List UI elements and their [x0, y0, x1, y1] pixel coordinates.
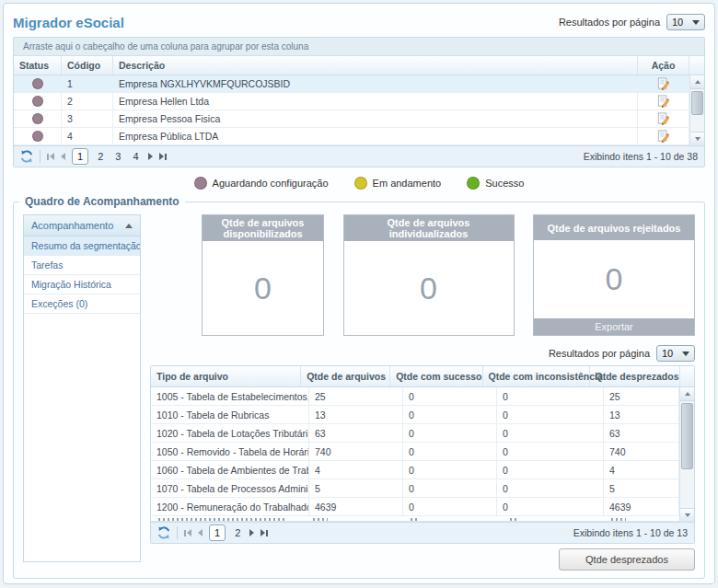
vertical-scrollbar[interactable]	[679, 387, 694, 522]
cell: 4	[309, 461, 403, 478]
edit-icon[interactable]	[656, 111, 670, 126]
file-type-row[interactable]: 1010 - Tabela de Rubricas130013	[151, 406, 679, 424]
sidebar: Acompanhamento Resumo da segmentaçãoTare…	[23, 214, 141, 562]
company-row[interactable]: 3Empresa Pessoa Fisica	[14, 110, 689, 128]
page-1-button[interactable]: 1	[209, 525, 226, 541]
refresh-icon[interactable]	[20, 150, 33, 163]
results-per-page-select[interactable]: 10	[666, 14, 705, 30]
scroll-up-icon[interactable]	[680, 387, 694, 401]
cell: 0	[403, 498, 497, 515]
results-per-page-2-inner: Resultados por página 10	[549, 345, 695, 362]
descricao-cell: Empresa Pública LTDA	[113, 128, 638, 144]
sidebar-item[interactable]: Exceções (0)	[24, 294, 140, 314]
file-type-row[interactable]: 1020 - Tabela de Lotações Tributárias630…	[151, 424, 679, 443]
button-row: Qtde desprezados	[150, 548, 695, 571]
companies-table-body: 1Empresa NGXLHYVKMFQURCOJSBID2Empresa He…	[14, 75, 689, 145]
sidebar-item[interactable]: Tarefas	[24, 256, 140, 275]
group-by-bar[interactable]: Arraste aqui o cabeçalho de uma coluna p…	[14, 38, 704, 56]
companies-table-bodywrap: 1Empresa NGXLHYVKMFQURCOJSBID2Empresa He…	[14, 75, 704, 145]
scrollbar-thumb[interactable]	[681, 403, 693, 469]
pager-info: Exibindo itens 1 - 10 de 13	[573, 527, 688, 538]
sidebar-header[interactable]: Acompanhamento	[24, 215, 140, 236]
page-1-button[interactable]: 1	[72, 148, 88, 165]
page-2-button[interactable]: 2	[232, 525, 243, 540]
cell: 0	[497, 424, 604, 442]
header-filler	[680, 366, 694, 386]
stat-cards: Qtde de arquivos disponibilizados0Qtde d…	[150, 214, 695, 336]
file-type-row[interactable]: 1005 - Tabela de Estabelecimentos, ...25…	[151, 387, 679, 406]
status-cell	[14, 75, 62, 92]
cell: 1020 - Tabela de Lotações Tributárias	[151, 424, 309, 442]
vertical-scrollbar[interactable]	[689, 75, 704, 145]
file-type-row[interactable]: 1060 - Tabela de Ambientes de Trab...400…	[151, 461, 679, 479]
status-cell	[14, 110, 62, 127]
last-page-button[interactable]	[159, 153, 167, 160]
file-type-row[interactable]: 1050 - Removido - Tabela de Horário...74…	[151, 443, 679, 461]
divider	[177, 526, 178, 539]
app-window: Migrador eSocial Resultados por página 1…	[3, 3, 715, 584]
sidebar-item[interactable]: Resumo da segmentação	[24, 236, 140, 256]
column-header[interactable]: Qtde com inconsistência	[483, 366, 590, 386]
column-header[interactable]: Tipo de arquivo	[151, 366, 301, 386]
legend-label: Em andamento	[373, 178, 442, 189]
column-header[interactable]: Qtde com sucesso	[390, 366, 482, 386]
page-2-button[interactable]: 2	[95, 149, 106, 164]
acao-cell	[638, 110, 689, 127]
status-dot-icon	[32, 78, 43, 89]
first-page-button[interactable]	[184, 529, 191, 536]
card-title: Qtde de arquivos disponibilizados	[203, 215, 323, 241]
company-row[interactable]: 1Empresa NGXLHYVKMFQURCOJSBID	[14, 75, 689, 93]
column-header[interactable]: Qtde desprezados	[590, 366, 680, 386]
prev-page-button[interactable]	[61, 153, 65, 160]
sidebar-item[interactable]: Migração Histórica	[24, 275, 140, 294]
pager-info: Exibindo itens 1 - 10 de 38	[584, 151, 698, 162]
edit-icon[interactable]	[656, 94, 670, 109]
cell: 4	[604, 461, 679, 478]
legend-item: Sucesso	[467, 177, 524, 190]
cell: 0	[403, 424, 497, 442]
column-header[interactable]: Descrição	[113, 56, 638, 75]
last-page-button[interactable]	[261, 529, 268, 536]
scrollbar-track[interactable]	[690, 89, 704, 132]
status-legend: Aguardando configuraçãoEm andamentoSuces…	[13, 174, 705, 192]
qtde-desprezados-button[interactable]: Qtde desprezados	[559, 548, 695, 571]
company-row[interactable]: 2Empresa Hellen Ltda	[14, 93, 689, 110]
codigo-cell: 4	[62, 128, 113, 144]
companies-grid: Arraste aqui o cabeçalho de uma coluna p…	[13, 37, 705, 167]
column-header[interactable]: Código	[62, 56, 113, 75]
descricao-cell: Empresa Pessoa Fisica	[113, 110, 638, 127]
cell: 0	[497, 479, 604, 497]
export-button[interactable]: Exportar	[534, 318, 694, 335]
cell: 25	[604, 387, 679, 405]
file-type-row[interactable]: 1070 - Tabela de Processos Administ...50…	[151, 479, 679, 498]
status-cell	[14, 128, 62, 144]
page-3-button[interactable]: 3	[112, 149, 123, 164]
companies-pager: 1234	[47, 148, 167, 165]
first-page-button[interactable]	[47, 153, 54, 160]
scroll-up-icon[interactable]	[690, 75, 704, 89]
column-header[interactable]: Status	[14, 56, 62, 75]
company-row[interactable]: 4Empresa Pública LTDA	[14, 128, 689, 145]
scrollbar-thumb[interactable]	[691, 91, 703, 115]
next-page-button[interactable]	[148, 153, 153, 160]
column-header[interactable]: Ação	[638, 56, 689, 75]
cell: 4639	[604, 498, 679, 515]
next-page-button[interactable]	[249, 529, 254, 536]
scrollbar-track[interactable]	[680, 401, 694, 508]
cell: 0	[497, 406, 604, 423]
files-pager: 12	[184, 525, 268, 541]
refresh-icon[interactable]	[157, 526, 170, 539]
cell: 0	[403, 461, 497, 478]
edit-icon[interactable]	[656, 129, 670, 144]
results-per-page-select[interactable]: 10	[656, 345, 695, 362]
card-title: Qtde de arquivos individualizados	[344, 215, 514, 241]
column-header[interactable]: Qtde de arquivos	[301, 366, 390, 386]
prev-page-button[interactable]	[198, 529, 203, 536]
page-4-button[interactable]: 4	[130, 149, 141, 164]
file-type-row[interactable]: 1200 - Remuneração do Trabalhador4639004…	[151, 498, 679, 516]
codigo-cell: 1	[62, 75, 113, 92]
scroll-down-icon[interactable]	[690, 132, 704, 145]
edit-icon[interactable]	[656, 76, 670, 91]
scroll-down-icon[interactable]	[680, 508, 694, 522]
companies-table-header: StatusCódigoDescriçãoAção	[14, 56, 704, 75]
